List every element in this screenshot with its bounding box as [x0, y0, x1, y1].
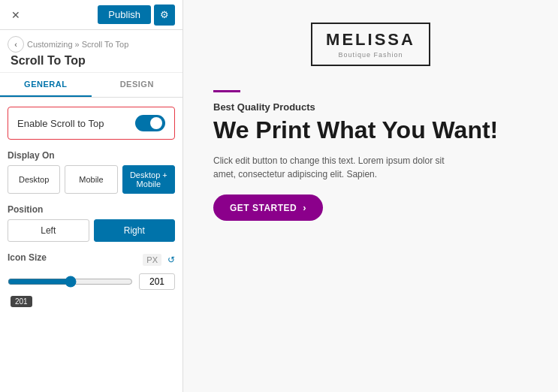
- reset-icon[interactable]: ↺: [167, 255, 175, 265]
- brand-tagline: Boutique Fashion: [326, 51, 415, 59]
- px-unit-label: PX: [143, 254, 161, 266]
- display-desktop-mobile-button[interactable]: Desktop + Mobile: [122, 165, 175, 194]
- toggle-slider: [135, 115, 165, 131]
- position-right-button[interactable]: Right: [94, 219, 176, 242]
- tabs: GENERAL DESIGN: [0, 73, 182, 98]
- top-bar: ✕ Publish ⚙: [0, 0, 182, 30]
- tab-general[interactable]: GENERAL: [0, 73, 92, 97]
- display-on-label: Display On: [8, 150, 175, 161]
- display-mobile-button[interactable]: Mobile: [65, 165, 117, 194]
- accent-line: [213, 90, 240, 92]
- display-on-section: Display On Desktop Mobile Desktop + Mobi…: [8, 150, 175, 194]
- icon-size-header: Icon Size PX ↺: [8, 252, 175, 267]
- display-desktop-button[interactable]: Desktop: [8, 165, 60, 194]
- cta-label: GET STARTED: [230, 203, 297, 213]
- cta-arrow-icon: ›: [303, 202, 306, 213]
- display-on-group: Desktop Mobile Desktop + Mobile: [8, 165, 175, 194]
- icon-size-input[interactable]: [139, 273, 175, 290]
- breadcrumb-area: ‹ Customizing » Scroll To Top Scroll To …: [0, 30, 182, 73]
- settings-button[interactable]: ⚙: [154, 5, 175, 26]
- icon-size-label: Icon Size: [8, 252, 47, 263]
- enable-toggle[interactable]: [135, 115, 165, 131]
- top-bar-left: ✕: [8, 7, 24, 23]
- position-section: Position Left Right: [8, 204, 175, 242]
- publish-button[interactable]: Publish: [98, 5, 151, 24]
- toggle-label: Enable Scroll to Top: [17, 118, 104, 129]
- back-button[interactable]: ‹: [8, 36, 24, 53]
- preview-content: Best Quality Products We Print What You …: [213, 90, 528, 221]
- slider-tooltip: 201: [11, 296, 32, 307]
- icon-size-section: Icon Size PX ↺ 201: [8, 252, 175, 307]
- breadcrumb: Customizing » Scroll To Top: [27, 40, 128, 49]
- breadcrumb-row: ‹ Customizing » Scroll To Top: [8, 36, 175, 53]
- left-panel: ✕ Publish ⚙ ‹ Customizing » Scroll To To…: [0, 0, 183, 392]
- tab-design[interactable]: DESIGN: [92, 73, 183, 97]
- position-label: Position: [8, 204, 175, 215]
- enable-toggle-section: Enable Scroll to Top: [8, 107, 175, 140]
- slider-row: [8, 273, 175, 290]
- page-title: Scroll To Top: [8, 54, 175, 68]
- brand-logo: MELISSA Boutique Fashion: [311, 23, 430, 66]
- cta-button[interactable]: GET STARTED ›: [213, 194, 323, 221]
- position-group: Left Right: [8, 219, 175, 242]
- right-preview: MELISSA Boutique Fashion Best Quality Pr…: [183, 0, 558, 392]
- headline: We Print What You Want!: [213, 117, 528, 143]
- panel-content: Enable Scroll to Top Display On Desktop …: [0, 98, 182, 392]
- brand-name: MELISSA: [326, 30, 415, 50]
- icon-size-slider[interactable]: [8, 276, 133, 288]
- best-quality-text: Best Quality Products: [213, 101, 528, 113]
- close-button[interactable]: ✕: [8, 7, 24, 23]
- position-left-button[interactable]: Left: [8, 219, 89, 242]
- body-text: Click edit button to change this text. L…: [213, 154, 469, 181]
